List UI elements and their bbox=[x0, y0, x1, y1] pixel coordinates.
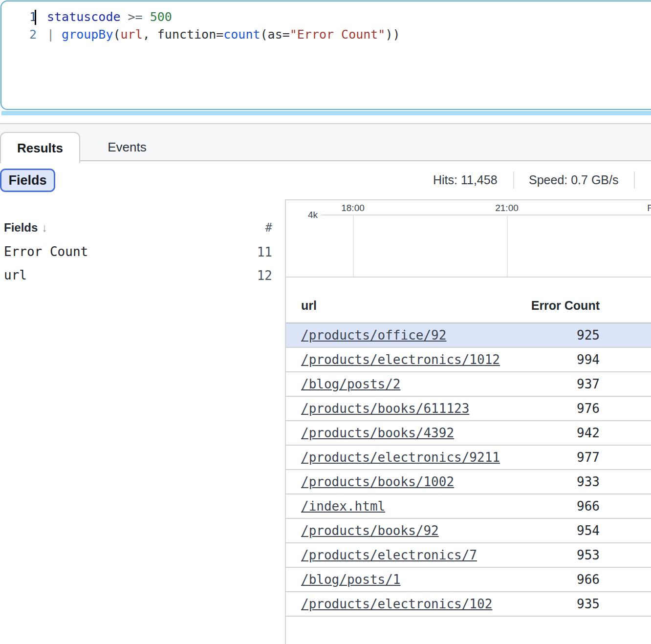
url-link[interactable]: /products/electronics/9211 bbox=[301, 450, 500, 465]
line-number: 1 bbox=[1, 8, 37, 26]
fields-panel: Fields↓ # Error Count11url12 bbox=[0, 199, 285, 644]
error-count-value: 942 bbox=[577, 426, 600, 440]
field-distinct-count: 12 bbox=[257, 268, 272, 283]
x-axis-tick: F bbox=[647, 203, 651, 214]
y-axis-tick: 4k bbox=[308, 210, 318, 220]
error-count-value: 925 bbox=[577, 328, 600, 343]
field-row[interactable]: url12 bbox=[4, 268, 272, 284]
editor-focus-band bbox=[1, 111, 651, 115]
text-caret-icon bbox=[35, 10, 36, 25]
code-token: (as= bbox=[260, 27, 290, 42]
code-token: ( bbox=[113, 27, 120, 42]
url-link[interactable]: /products/books/611123 bbox=[301, 401, 469, 416]
fields-panel-title: Fields bbox=[4, 221, 38, 234]
error-count-value: 937 bbox=[577, 377, 600, 391]
code-token: | bbox=[47, 27, 62, 42]
tab-results[interactable]: Results bbox=[0, 132, 80, 163]
url-link[interactable]: /products/office/92 bbox=[301, 328, 446, 343]
code-token: count bbox=[223, 27, 260, 42]
table-row[interactable]: /products/books/611123976 bbox=[286, 397, 651, 421]
field-name: Error Count bbox=[4, 244, 88, 259]
url-link[interactable]: /blog/posts/1 bbox=[301, 572, 401, 587]
url-link[interactable]: /blog/posts/2 bbox=[301, 377, 401, 391]
query-editor[interactable]: 1statuscode >= 5002| groupBy(url, functi… bbox=[0, 0, 651, 110]
code-token: 500 bbox=[150, 10, 172, 24]
table-body: /products/office/92925/products/electron… bbox=[286, 323, 651, 617]
code-text: statuscode >= 500 bbox=[37, 8, 172, 26]
table-row[interactable]: /products/books/4392942 bbox=[286, 421, 651, 446]
url-link[interactable]: /products/electronics/1012 bbox=[301, 352, 500, 367]
x-axis-tick: 18:00 bbox=[341, 203, 365, 214]
url-link[interactable]: /products/books/1002 bbox=[301, 474, 454, 489]
table-row[interactable]: /products/electronics/9211977 bbox=[286, 446, 651, 470]
table-row[interactable]: /blog/posts/2937 bbox=[286, 372, 651, 397]
speed-stat: Speed: 0.7 GB/s bbox=[529, 173, 618, 187]
column-header-url[interactable]: url bbox=[301, 299, 317, 313]
table-row[interactable]: /products/electronics/1012994 bbox=[286, 348, 651, 372]
fields-button[interactable]: Fields bbox=[0, 169, 55, 192]
line-number: 2 bbox=[1, 26, 37, 43]
error-count-value: 954 bbox=[577, 523, 600, 538]
url-link[interactable]: /products/books/92 bbox=[301, 523, 439, 538]
hits-stat: Hits: 11,458 bbox=[433, 173, 498, 187]
url-link[interactable]: /products/electronics/7 bbox=[301, 548, 477, 562]
column-header-error-count[interactable]: Error Count bbox=[531, 299, 600, 313]
field-count-header: # bbox=[265, 221, 272, 235]
url-link[interactable]: /products/books/4392 bbox=[301, 426, 454, 440]
url-link[interactable]: /products/electronics/102 bbox=[301, 597, 492, 611]
code-token: "Error Count" bbox=[290, 27, 386, 42]
stat-divider bbox=[634, 172, 635, 189]
table-row[interactable]: /products/books/1002933 bbox=[286, 470, 651, 494]
table-row[interactable]: /index.html966 bbox=[286, 494, 651, 519]
fields-panel-header: Fields↓ # bbox=[4, 221, 272, 236]
error-count-value: 933 bbox=[577, 474, 600, 489]
url-link[interactable]: /index.html bbox=[301, 499, 385, 514]
x-axis-tick: 21:00 bbox=[495, 203, 519, 214]
table-row[interactable]: /products/electronics/102935 bbox=[286, 592, 651, 617]
error-count-value: 953 bbox=[577, 548, 600, 562]
tab-bar: Results Events bbox=[0, 123, 651, 161]
table-header-row: url Error Count bbox=[286, 279, 651, 323]
code-text: | groupBy(url, function=count(as="Error … bbox=[37, 26, 400, 43]
editor-line: 2| groupBy(url, function=count(as="Error… bbox=[1, 26, 651, 43]
code-token: , function= bbox=[143, 27, 224, 42]
code-token: url bbox=[121, 27, 143, 42]
error-count-value: 966 bbox=[577, 572, 600, 587]
error-count-value: 994 bbox=[577, 352, 600, 367]
editor-lines: 1statuscode >= 5002| groupBy(url, functi… bbox=[1, 1, 651, 43]
error-count-value: 976 bbox=[577, 401, 600, 416]
error-count-value: 977 bbox=[577, 450, 600, 465]
results-table: url Error Count /products/office/92925/p… bbox=[286, 279, 651, 617]
event-histogram[interactable]: 4k 18:00 21:00 F bbox=[286, 199, 651, 278]
editor-line: 1statuscode >= 500 bbox=[1, 8, 651, 26]
table-row[interactable]: /products/electronics/7953 bbox=[286, 543, 651, 568]
table-row[interactable]: /blog/posts/1966 bbox=[286, 568, 651, 592]
stat-divider bbox=[513, 172, 514, 189]
log-search-app: 1statuscode >= 5002| groupBy(url, functi… bbox=[0, 0, 651, 644]
code-token: )) bbox=[385, 27, 400, 42]
field-name: url bbox=[4, 268, 27, 282]
code-token: >= bbox=[121, 10, 150, 24]
x-gridline bbox=[507, 215, 508, 277]
table-row[interactable]: /products/office/92925 bbox=[286, 323, 651, 348]
results-panel: 4k 18:00 21:00 F url Error Count /produc… bbox=[286, 199, 651, 644]
x-gridline bbox=[353, 215, 354, 277]
code-token: groupBy bbox=[62, 27, 113, 42]
sort-descending-icon[interactable]: ↓ bbox=[38, 221, 47, 234]
code-token: statuscode bbox=[47, 10, 121, 24]
y-gridline bbox=[321, 215, 651, 215]
field-row[interactable]: Error Count11 bbox=[4, 244, 272, 261]
table-row[interactable]: /products/books/92954 bbox=[286, 519, 651, 543]
error-count-value: 935 bbox=[577, 597, 600, 611]
field-distinct-count: 11 bbox=[257, 245, 272, 259]
tab-events[interactable]: Events bbox=[88, 132, 166, 162]
error-count-value: 966 bbox=[577, 499, 600, 514]
